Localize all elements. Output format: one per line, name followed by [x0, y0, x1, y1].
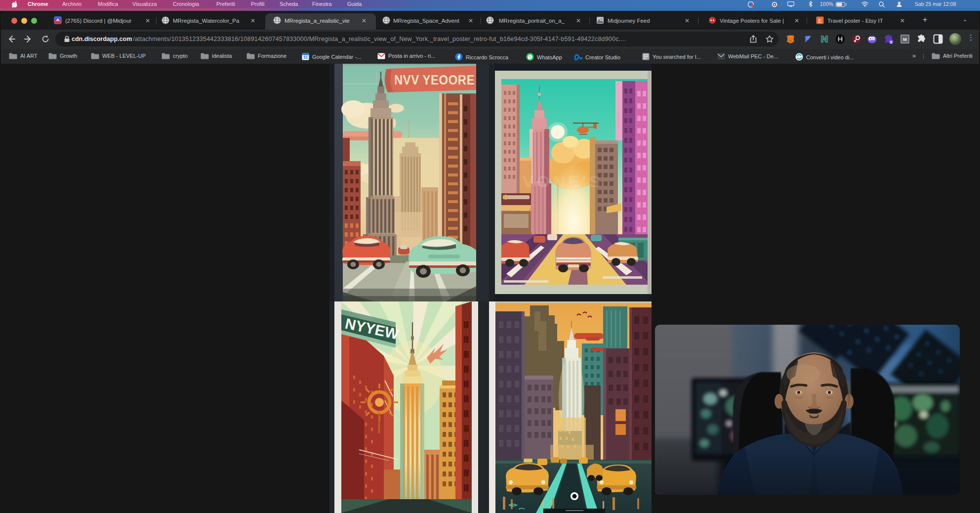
svg-text:31: 31 — [303, 55, 308, 60]
svg-text:NVV YEOORE: NVV YEOORE — [394, 73, 475, 87]
svg-text:5: 5 — [890, 40, 893, 44]
svg-text:M: M — [903, 37, 907, 42]
svg-text:E: E — [818, 17, 822, 24]
svg-text:VONE'S: VONE'S — [523, 172, 603, 191]
